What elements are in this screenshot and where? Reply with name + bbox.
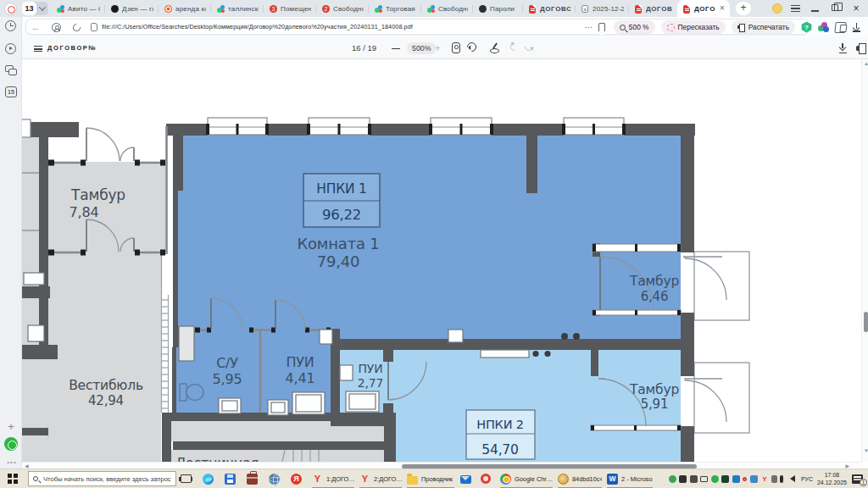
redo-icon[interactable] (523, 41, 535, 53)
globe-app-button[interactable] (269, 469, 280, 488)
tab-2025-12-24[interactable]: э 2025-12-24 (576, 0, 629, 17)
promo-icon[interactable] (772, 3, 782, 14)
url-more-icon[interactable]: ⋯ (585, 23, 593, 31)
pdf-print-icon[interactable] (856, 42, 868, 54)
tray-mic-icon[interactable] (780, 475, 783, 483)
profile-icon[interactable] (49, 17, 63, 37)
chrome-icon (500, 474, 511, 485)
tab-pomeshenie[interactable]: 3 Помещени (264, 0, 316, 17)
room-area: 42,94 (88, 393, 124, 408)
video-play-icon[interactable] (5, 43, 17, 55)
page-indicator[interactable]: 16 / 19 (352, 37, 376, 59)
taskbar-window-chrome[interactable]: Google Chr… (500, 469, 553, 488)
taskbar-window-dogovor-1[interactable]: Y 1:ДОГО… (312, 469, 354, 488)
tab-close-icon[interactable]: × (720, 4, 725, 13)
pdf-download-icon[interactable] (837, 42, 849, 54)
extension-pinwheel-icon[interactable] (818, 22, 829, 33)
clock[interactable]: 17:08 24.12.2025 (817, 471, 847, 487)
draw-icon[interactable] (489, 42, 501, 54)
minimize-button[interactable] (811, 10, 819, 12)
taskbar-window-word[interactable]: W 2 - Microso… (607, 469, 653, 488)
sidebar-add-icon[interactable]: + (5, 421, 17, 433)
tray-opera-icon[interactable] (743, 477, 747, 481)
retell-button[interactable]: Пересказать (661, 20, 726, 34)
tray-kaspersky-icon[interactable] (669, 475, 676, 483)
extension-shield-icon[interactable] (801, 22, 812, 33)
tab-counter[interactable]: 13 (22, 2, 48, 15)
pomeshenie-favicon: 3 (270, 5, 277, 13)
scroll-up-icon[interactable]: ▲ (864, 61, 868, 66)
restore-button[interactable] (832, 4, 838, 11)
tab-arenda[interactable]: аренда ко (159, 0, 211, 17)
scroll-down-icon[interactable]: ▼ (864, 448, 868, 453)
hamburger-menu-icon[interactable] (791, 5, 800, 12)
tray-chat-icon[interactable] (750, 475, 758, 483)
taskbar-window-dogovor-2[interactable]: Y 2:ДОГО… (359, 469, 402, 488)
tab-torgovaya[interactable]: Торговая п (369, 0, 421, 17)
vertical-scrollbar[interactable]: ▲ ▼ (861, 59, 868, 462)
tray-yandex-icon[interactable]: Y (760, 475, 768, 483)
tray-speaker-icon[interactable] (787, 475, 795, 482)
tab-paroli[interactable]: Пароли (473, 0, 523, 17)
history-clock-icon[interactable] (5, 20, 17, 32)
start-button[interactable] (8, 474, 18, 484)
tray-display-icon[interactable] (700, 476, 708, 482)
print-button[interactable]: Распечатать (732, 20, 795, 34)
url-text[interactable]: file:///C:/Users/Office/Searches/Desktop… (102, 17, 413, 37)
tab-dogovor-active[interactable]: ДОГО × (677, 0, 730, 17)
edge-button[interactable] (203, 469, 214, 488)
new-tab-button[interactable]: + (736, 2, 751, 15)
close-window-button[interactable]: × (851, 3, 861, 14)
downloads-icon[interactable] (852, 23, 861, 32)
tab-avito[interactable]: Авито — О (51, 0, 105, 17)
rotate-icon[interactable] (465, 41, 479, 54)
whatsapp-icon[interactable] (4, 437, 18, 451)
tab-tallinski[interactable]: таллински (211, 0, 264, 17)
tab-label: Пароли (490, 5, 515, 13)
tab-dogovor-1[interactable]: ДОГОВО (523, 0, 576, 17)
tab-list-chevron-icon[interactable] (36, 2, 48, 15)
undo-icon[interactable] (509, 41, 520, 53)
calendar-icon[interactable]: 15 (5, 86, 17, 97)
zoom-out-icon[interactable] (392, 48, 400, 50)
tab-dzen[interactable]: Дзен — гла (105, 0, 159, 17)
bookmark-icon[interactable] (598, 23, 605, 31)
language-indicator[interactable]: РУС (801, 476, 813, 482)
mail-button[interactable] (460, 469, 471, 488)
zoom-in-icon[interactable]: + (435, 44, 443, 53)
opera-button[interactable] (481, 469, 491, 488)
horizontal-scroll-thumb[interactable] (402, 464, 697, 469)
tab-svobodno-2[interactable]: Свободно (421, 0, 473, 17)
tray-blue-icon[interactable] (732, 475, 740, 483)
zoom-pill[interactable]: 500 % (614, 20, 655, 34)
tray-app-icon[interactable] (690, 475, 698, 483)
tray-phone-icon[interactable] (771, 475, 777, 483)
briefcase-app-button[interactable] (247, 469, 258, 488)
screenshot-icon[interactable] (5, 65, 17, 77)
taskbar-search-input[interactable]: Чтобы начать поиск, введите здесь запрос (28, 471, 176, 486)
tab-dogovor-2[interactable]: ДОГОВО (629, 0, 677, 17)
browser-logo-icon[interactable] (4, 3, 17, 15)
yandex-browser-button[interactable]: Я (291, 469, 302, 488)
tray-app-icon[interactable] (721, 475, 729, 483)
taskbar-window-84dbd[interactable]: 84dbd10c4… (558, 469, 602, 488)
tab-label: Свободно (333, 5, 364, 13)
pdf-zoom-value[interactable]: 500% (407, 42, 437, 54)
tab-counter-value[interactable]: 13 (22, 2, 36, 15)
tray-green-icon[interactable] (711, 475, 719, 483)
notification-icon[interactable]: 1 (852, 474, 863, 484)
pdf-sidebar-toggle-icon[interactable] (34, 46, 42, 52)
pdf-page-floor-plan[interactable]: Тамбур 7,84 Комната 1 79,40 Вестибюль 42… (22, 59, 861, 462)
taskbar-window-explorer[interactable]: Проводник (407, 469, 454, 488)
vertical-scroll-thumb[interactable] (864, 312, 868, 332)
fit-page-icon[interactable] (452, 42, 460, 53)
tab-svobodno-1[interactable]: 2 Свободно (316, 0, 369, 17)
back-icon[interactable]: ← (29, 17, 42, 37)
pdf-document-title: ДОГОВОР№ (47, 37, 97, 59)
extension-collections-icon[interactable] (834, 22, 846, 33)
horizontal-scrollbar[interactable]: ◀ ▶ (22, 462, 861, 469)
task-view-button[interactable] (181, 469, 192, 488)
reload-icon[interactable] (70, 17, 83, 37)
tray-app-icon[interactable] (679, 475, 687, 483)
floppy-app-button[interactable] (225, 469, 236, 488)
